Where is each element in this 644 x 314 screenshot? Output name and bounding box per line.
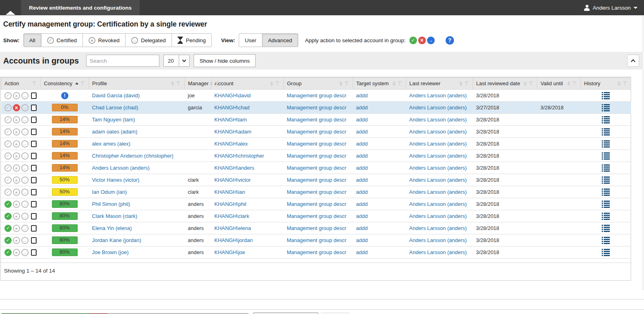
note-icon[interactable] (31, 141, 37, 147)
filter-funnel-icon[interactable] (464, 81, 469, 86)
note-icon[interactable] (31, 92, 37, 99)
user-menu[interactable]: Anders Larsson (584, 0, 644, 15)
account-link[interactable]: KHANGH\ian (215, 189, 246, 195)
last-reviewer-link[interactable]: Anders Larsson (anders) (409, 237, 467, 243)
column-header-history[interactable]: History (581, 78, 631, 90)
target-system-link[interactable]: addd (356, 92, 368, 99)
group-link[interactable]: Management group descr (287, 249, 347, 255)
history-button[interactable] (602, 201, 610, 208)
finish-button[interactable]: Finish (321, 312, 350, 314)
note-icon[interactable] (31, 129, 37, 135)
revoke-icon[interactable]: * (13, 213, 20, 220)
select-dropdown-button[interactable] (179, 55, 189, 66)
target-system-link[interactable]: addd (356, 237, 368, 243)
last-reviewer-link[interactable]: Anders Larsson (anders) (409, 225, 467, 231)
revoke-icon[interactable]: * (13, 225, 20, 232)
approve-icon[interactable]: ✓ (4, 92, 12, 99)
target-system-link[interactable]: addd (356, 117, 368, 123)
column-header-account[interactable]: Account (211, 78, 284, 90)
history-button[interactable] (602, 237, 610, 244)
group-link[interactable]: Management group descr (287, 129, 347, 135)
group-link[interactable]: Management group descr (287, 153, 347, 159)
target-system-link[interactable]: addd (356, 189, 368, 195)
group-link[interactable]: Management group descr (287, 165, 347, 171)
history-button[interactable] (602, 176, 610, 184)
filter-funnel-icon[interactable] (528, 81, 534, 86)
revoke-icon[interactable]: * (13, 164, 20, 172)
history-button[interactable] (602, 92, 610, 99)
history-button[interactable] (602, 213, 610, 220)
note-icon[interactable] (31, 177, 37, 183)
approve-icon[interactable]: ✓ (4, 201, 12, 208)
note-icon[interactable] (31, 249, 37, 256)
group-link[interactable]: Management group descr (287, 201, 347, 207)
collapse-panel-button[interactable] (627, 55, 639, 67)
account-link[interactable]: KHANGH\christopher (215, 153, 264, 159)
nav-tab-review-entitlements[interactable]: Review entitlements and configurations (21, 0, 140, 15)
account-link[interactable]: KHANGH\clark (215, 213, 250, 219)
delegate-icon[interactable]: → (21, 249, 29, 256)
note-icon[interactable] (31, 213, 37, 220)
approve-icon[interactable]: ✓ (4, 128, 12, 135)
approve-icon[interactable]: ✓ (4, 164, 12, 172)
profile-link[interactable]: Anders Larsson (anders) (92, 165, 150, 171)
history-button[interactable] (602, 225, 610, 232)
view-advanced[interactable]: Advanced (262, 33, 298, 47)
delegate-icon[interactable]: → (21, 128, 29, 135)
delegate-icon[interactable]: → (21, 189, 29, 196)
revoke-action-icon[interactable]: × (418, 37, 426, 44)
delegate-icon[interactable]: → (21, 116, 29, 123)
account-link[interactable]: KHANGH\adam (215, 129, 252, 135)
account-link[interactable]: KHANGH\anders (215, 165, 254, 171)
account-link[interactable]: KHANGH\chad (215, 105, 250, 111)
group-link[interactable]: Management group descr (287, 225, 347, 231)
target-system-link[interactable]: addd (356, 213, 368, 219)
profile-link[interactable]: alex ames (alex) (92, 141, 130, 147)
group-link[interactable]: Management group descr (287, 117, 347, 123)
note-icon[interactable] (31, 153, 37, 159)
filter-certified[interactable]: ✓Certified (41, 33, 83, 47)
last-reviewer-link[interactable]: Anders Larsson (anders) (409, 117, 467, 123)
delegate-icon[interactable]: → (21, 140, 29, 148)
revoke-icon[interactable]: * (13, 176, 20, 184)
approve-icon[interactable]: ✓ (4, 225, 12, 232)
page-size-select[interactable]: 20 (163, 55, 190, 67)
target-system-link[interactable]: addd (356, 165, 368, 171)
account-link[interactable]: KHANGH\phil (215, 201, 246, 207)
history-button[interactable] (602, 164, 610, 172)
last-reviewer-link[interactable]: Anders Larsson (anders) (409, 153, 467, 159)
filter-funnel-icon[interactable] (622, 81, 627, 86)
note-icon[interactable] (31, 201, 37, 207)
note-icon[interactable] (31, 225, 37, 232)
last-reviewer-link[interactable]: Anders Larsson (anders) (409, 141, 467, 147)
account-link[interactable]: KHANGH\david (215, 92, 251, 99)
help-icon[interactable]: ? (446, 36, 454, 45)
target-system-link[interactable]: addd (356, 225, 368, 231)
filter-revoked[interactable]: *Revoked (83, 33, 126, 47)
revoke-icon[interactable]: * (13, 189, 20, 196)
filter-funnel-icon[interactable] (397, 81, 402, 86)
delegate-icon[interactable]: → (21, 237, 29, 244)
history-button[interactable] (602, 140, 610, 148)
profile-link[interactable]: Chad Larose (chad) (92, 105, 138, 111)
profile-link[interactable]: adam oates (adam) (92, 129, 138, 135)
history-button[interactable] (602, 116, 610, 123)
profile-link[interactable]: Phil Simon (phil) (92, 201, 130, 207)
revoke-icon[interactable]: * (13, 201, 20, 208)
group-link[interactable]: Management group descr (287, 92, 347, 99)
group-link[interactable]: Management group descr (287, 237, 347, 243)
profile-link[interactable]: Tam Nguyen (tam) (92, 117, 135, 123)
last-reviewer-link[interactable]: Anders Larsson (anders) (409, 92, 467, 99)
revoke-icon[interactable]: * (13, 128, 20, 135)
delegate-action-icon[interactable]: → (427, 37, 435, 44)
history-button[interactable] (602, 152, 610, 160)
approve-icon[interactable]: ✓ (4, 116, 12, 123)
approve-icon[interactable]: ✓ (4, 140, 12, 148)
revoke-icon[interactable]: * (13, 116, 20, 123)
view-user[interactable]: User (239, 33, 262, 47)
column-header-profile[interactable]: Profile (89, 78, 185, 90)
approve-action-icon[interactable]: ✓ (409, 37, 417, 44)
revoke-icon[interactable]: * (13, 92, 20, 99)
filter-funnel-icon[interactable] (80, 81, 85, 86)
history-button[interactable] (602, 104, 610, 111)
